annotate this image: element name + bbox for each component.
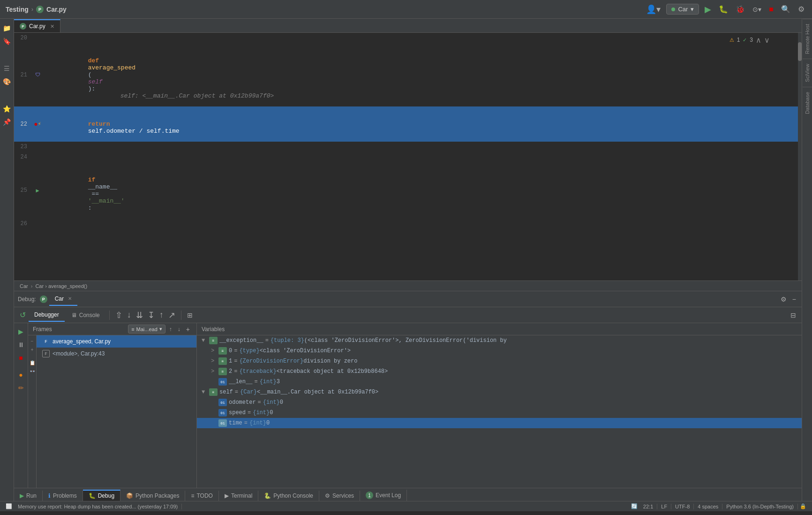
python-packages-icon: 📦 (126, 492, 133, 499)
status-charset[interactable]: UTF-8 (671, 504, 694, 509)
debug-tab-close[interactable]: ✕ (68, 296, 72, 301)
fn-name-21: average_speed (88, 64, 135, 71)
tab-problems[interactable]: ℹ Problems (43, 491, 83, 501)
debug-minimize-icon[interactable]: − (790, 295, 798, 304)
evaluate-expr-btn[interactable]: ⊞ (185, 311, 195, 320)
scroll-down-btn[interactable]: + (29, 346, 36, 353)
tab-services[interactable]: ⚙ Services (319, 491, 360, 501)
var-item-exception[interactable]: ▼ ≡ __exception__ = {tuple: 3} (<class '… (197, 335, 802, 346)
nav-down-arrow[interactable]: ∨ (764, 36, 770, 45)
var-item-speed[interactable]: 01 speed = {int} 0 (197, 408, 802, 418)
var-expand-0: > (211, 348, 218, 354)
tab-python-console[interactable]: 🐍 Python Console (258, 491, 319, 501)
kw-def-21: def (88, 57, 103, 64)
copy-btn[interactable]: 📋 (29, 359, 36, 366)
sidebar-bookmark-icon[interactable]: 🔖 (1, 36, 13, 47)
search-button[interactable]: 🔍 (779, 4, 792, 15)
tab-close-button[interactable]: ✕ (50, 23, 54, 30)
var-item-self[interactable]: ▼ ≡ self = {Car} <__main__.Car object at… (197, 387, 802, 397)
tab-event-log[interactable]: 1 Event Log (360, 490, 407, 501)
debug-panel: Debug: P Car ✕ ⚙ − ↺ Debugger (14, 291, 802, 488)
file-name: Car.py (46, 6, 67, 13)
frame-item-1[interactable]: F <module>, Car.py:43 (37, 348, 196, 360)
tab-run[interactable]: ▶ Run (14, 491, 43, 501)
status-indent[interactable]: 4 spaces (694, 504, 722, 509)
tab-terminal[interactable]: ▶ Terminal (219, 491, 258, 501)
debug-tab-icon: 🐛 (89, 492, 96, 499)
step-over-btn[interactable]: ↓ (125, 309, 133, 321)
editor-tab-car-py[interactable]: P Car.py ✕ (14, 19, 60, 32)
line-num-20: 20 (14, 35, 33, 41)
run-button[interactable]: ▶ (703, 3, 713, 15)
run-tab-label: Run (26, 492, 37, 499)
sidebar-pin-icon[interactable]: 📌 (1, 116, 13, 128)
restore-layout-btn[interactable]: ⊟ (789, 311, 798, 320)
tab-debug[interactable]: 🐛 Debug (83, 490, 120, 501)
var-item-2[interactable]: > ≡ 2 = {traceback} <traceback object at… (197, 366, 802, 377)
user-icon[interactable]: 👤▾ (644, 3, 662, 15)
left-sidebar: 📁 🔖 ☰ 🎨 ⭐ 📌 (0, 19, 14, 501)
frame-up-btn[interactable]: ↑ (167, 325, 174, 333)
debug-tab-car[interactable]: Car ✕ (49, 293, 77, 306)
run-to-cursor-btn[interactable]: ↗ (166, 309, 177, 321)
frame-item-0[interactable]: F average_speed, Car.py (37, 335, 196, 348)
show-execution-point-btn[interactable]: ⇧ (113, 309, 124, 321)
var-icon-len: 01 (218, 378, 227, 386)
var-name-time: time (229, 420, 242, 426)
stop-btn[interactable]: ■ (15, 352, 27, 364)
sidebar-structure-icon[interactable]: ☰ (1, 63, 13, 74)
todo-icon: ≡ (191, 492, 194, 499)
var-item-0[interactable]: > ≡ 0 = {type} <class 'ZeroDivisionError… (197, 346, 802, 356)
add-frame-btn[interactable]: + (184, 325, 192, 334)
var-item-time[interactable]: 01 time = {int} 0 (197, 418, 802, 428)
frame-scroll-actions: − + 📋 👓 (28, 335, 37, 488)
mark-btn[interactable]: ✏ (15, 382, 27, 394)
tab-console[interactable]: 🖥 Console (66, 309, 105, 321)
var-name-len: __len__ (229, 379, 252, 385)
var-item-len[interactable]: 01 __len__ = {int} 3 (197, 377, 802, 387)
coverage-button[interactable]: 🐞 (734, 4, 747, 15)
run-config-selector[interactable]: Car ▾ (666, 4, 699, 15)
frame-select-dropdown[interactable]: ≡ Mai...ead ▾ (128, 325, 165, 333)
resume-btn[interactable]: ▶ (15, 326, 27, 337)
editor-scrollbar[interactable] (798, 33, 802, 280)
stop-button[interactable]: ■ (767, 4, 775, 15)
sidebar-paint-icon[interactable]: 🎨 (1, 76, 13, 87)
step-into-btn[interactable]: ⇊ (134, 309, 145, 321)
code-line-20: 20 (14, 33, 802, 43)
status-lock-icon: 🔒 (800, 503, 806, 509)
tab-debugger[interactable]: Debugger (29, 309, 65, 322)
sidebar-project-icon[interactable]: 📁 (1, 23, 13, 34)
line-content-21: def average_speed ( self ): self: <__mai… (42, 43, 802, 106)
step-into-my-code-btn[interactable]: ↧ (146, 309, 157, 321)
debug-settings-icon[interactable]: ⚙ (779, 295, 789, 304)
status-encoding[interactable]: LF (657, 504, 671, 509)
code-content: 20 21 🛡 def average_speed ( self ): (14, 33, 802, 229)
right-tab-database[interactable]: Database (803, 87, 812, 119)
var-item-odometer[interactable]: 01 odometer = {int} 0 (197, 397, 802, 408)
settings-button[interactable]: ⚙ (796, 4, 806, 15)
hint-text-21: self: <__main__.Car object at 0x12b99a7f… (102, 92, 274, 99)
nav-up-arrow[interactable]: ∧ (756, 36, 761, 45)
sidebar-favorites-icon[interactable]: ⭐ (1, 103, 13, 114)
scroll-up-btn[interactable]: − (29, 337, 36, 345)
step-out-btn[interactable]: ↑ (158, 309, 165, 321)
var-item-1[interactable]: > ≡ 1 = {ZeroDivisionError} division by … (197, 356, 802, 366)
right-tab-sciview[interactable]: SciView (803, 59, 812, 87)
debug-button[interactable]: 🐛 (717, 4, 730, 15)
code-line-24: 24 (14, 152, 802, 162)
frame-down-btn[interactable]: ↓ (176, 325, 182, 333)
status-position[interactable]: 22:1 (639, 504, 657, 509)
tab-todo[interactable]: ≡ TODO (185, 491, 218, 501)
tab-python-packages[interactable]: 📦 Python Packages (120, 491, 185, 501)
gutter-22: ● ⚡ (33, 121, 42, 128)
mute-btn[interactable]: ● (15, 369, 27, 380)
check-count: 3 (750, 37, 753, 43)
restart-debug-button[interactable]: ↺ (18, 310, 28, 320)
top-bar: Testing › P Car.py 👤▾ Car ▾ ▶ 🐛 🐞 ⊙▾ ■ 🔍… (0, 0, 812, 19)
glasses-btn[interactable]: 👓 (29, 367, 36, 375)
pause-btn[interactable]: ⏸ (15, 339, 27, 350)
profile-button[interactable]: ⊙▾ (751, 5, 763, 14)
right-tab-remote-host[interactable]: Remote Host (803, 19, 812, 59)
status-python[interactable]: Python 3.6 (In-Depth-Testing) (722, 504, 798, 509)
